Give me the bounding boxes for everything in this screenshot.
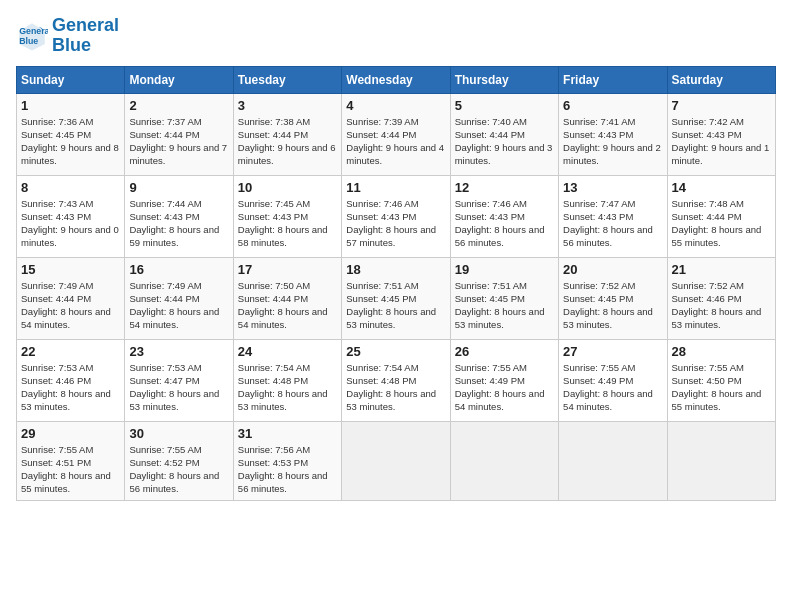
calendar-cell: 30 Sunrise: 7:55 AM Sunset: 4:52 PM Dayl… — [125, 421, 233, 500]
calendar-cell: 8 Sunrise: 7:43 AM Sunset: 4:43 PM Dayli… — [17, 175, 125, 257]
day-detail: Sunrise: 7:42 AM Sunset: 4:43 PM Dayligh… — [672, 115, 771, 168]
calendar-cell: 6 Sunrise: 7:41 AM Sunset: 4:43 PM Dayli… — [559, 93, 667, 175]
calendar-cell: 31 Sunrise: 7:56 AM Sunset: 4:53 PM Dayl… — [233, 421, 341, 500]
calendar-cell: 14 Sunrise: 7:48 AM Sunset: 4:44 PM Dayl… — [667, 175, 775, 257]
day-number: 19 — [455, 262, 554, 277]
day-detail: Sunrise: 7:55 AM Sunset: 4:50 PM Dayligh… — [672, 361, 771, 414]
day-number: 1 — [21, 98, 120, 113]
weekday-header-row: SundayMondayTuesdayWednesdayThursdayFrid… — [17, 66, 776, 93]
calendar-cell — [450, 421, 558, 500]
day-number: 8 — [21, 180, 120, 195]
day-number: 24 — [238, 344, 337, 359]
day-detail: Sunrise: 7:50 AM Sunset: 4:44 PM Dayligh… — [238, 279, 337, 332]
day-number: 18 — [346, 262, 445, 277]
calendar-cell: 7 Sunrise: 7:42 AM Sunset: 4:43 PM Dayli… — [667, 93, 775, 175]
day-number: 28 — [672, 344, 771, 359]
day-detail: Sunrise: 7:52 AM Sunset: 4:46 PM Dayligh… — [672, 279, 771, 332]
calendar-cell: 25 Sunrise: 7:54 AM Sunset: 4:48 PM Dayl… — [342, 339, 450, 421]
day-detail: Sunrise: 7:41 AM Sunset: 4:43 PM Dayligh… — [563, 115, 662, 168]
logo-icon: General Blue — [16, 20, 48, 52]
calendar-week-4: 22 Sunrise: 7:53 AM Sunset: 4:46 PM Dayl… — [17, 339, 776, 421]
calendar-cell: 3 Sunrise: 7:38 AM Sunset: 4:44 PM Dayli… — [233, 93, 341, 175]
calendar-cell: 11 Sunrise: 7:46 AM Sunset: 4:43 PM Dayl… — [342, 175, 450, 257]
day-number: 2 — [129, 98, 228, 113]
weekday-tuesday: Tuesday — [233, 66, 341, 93]
page-container: General Blue GeneralBlue SundayMondayTue… — [0, 0, 792, 509]
day-number: 6 — [563, 98, 662, 113]
calendar-week-1: 1 Sunrise: 7:36 AM Sunset: 4:45 PM Dayli… — [17, 93, 776, 175]
day-detail: Sunrise: 7:47 AM Sunset: 4:43 PM Dayligh… — [563, 197, 662, 250]
day-detail: Sunrise: 7:49 AM Sunset: 4:44 PM Dayligh… — [21, 279, 120, 332]
calendar-cell: 16 Sunrise: 7:49 AM Sunset: 4:44 PM Dayl… — [125, 257, 233, 339]
day-detail: Sunrise: 7:51 AM Sunset: 4:45 PM Dayligh… — [346, 279, 445, 332]
calendar-table: SundayMondayTuesdayWednesdayThursdayFrid… — [16, 66, 776, 501]
day-number: 31 — [238, 426, 337, 441]
day-number: 12 — [455, 180, 554, 195]
calendar-cell: 24 Sunrise: 7:54 AM Sunset: 4:48 PM Dayl… — [233, 339, 341, 421]
calendar-cell: 18 Sunrise: 7:51 AM Sunset: 4:45 PM Dayl… — [342, 257, 450, 339]
calendar-cell: 19 Sunrise: 7:51 AM Sunset: 4:45 PM Dayl… — [450, 257, 558, 339]
day-number: 26 — [455, 344, 554, 359]
calendar-cell: 9 Sunrise: 7:44 AM Sunset: 4:43 PM Dayli… — [125, 175, 233, 257]
calendar-cell: 1 Sunrise: 7:36 AM Sunset: 4:45 PM Dayli… — [17, 93, 125, 175]
header: General Blue GeneralBlue — [16, 16, 776, 56]
day-detail: Sunrise: 7:43 AM Sunset: 4:43 PM Dayligh… — [21, 197, 120, 250]
day-detail: Sunrise: 7:48 AM Sunset: 4:44 PM Dayligh… — [672, 197, 771, 250]
day-number: 23 — [129, 344, 228, 359]
logo: General Blue GeneralBlue — [16, 16, 119, 56]
calendar-cell: 5 Sunrise: 7:40 AM Sunset: 4:44 PM Dayli… — [450, 93, 558, 175]
calendar-cell: 23 Sunrise: 7:53 AM Sunset: 4:47 PM Dayl… — [125, 339, 233, 421]
calendar-week-5: 29 Sunrise: 7:55 AM Sunset: 4:51 PM Dayl… — [17, 421, 776, 500]
day-number: 5 — [455, 98, 554, 113]
day-detail: Sunrise: 7:56 AM Sunset: 4:53 PM Dayligh… — [238, 443, 337, 496]
weekday-sunday: Sunday — [17, 66, 125, 93]
calendar-body: 1 Sunrise: 7:36 AM Sunset: 4:45 PM Dayli… — [17, 93, 776, 500]
calendar-cell: 29 Sunrise: 7:55 AM Sunset: 4:51 PM Dayl… — [17, 421, 125, 500]
day-detail: Sunrise: 7:54 AM Sunset: 4:48 PM Dayligh… — [238, 361, 337, 414]
day-detail: Sunrise: 7:55 AM Sunset: 4:52 PM Dayligh… — [129, 443, 228, 496]
calendar-cell: 22 Sunrise: 7:53 AM Sunset: 4:46 PM Dayl… — [17, 339, 125, 421]
day-detail: Sunrise: 7:39 AM Sunset: 4:44 PM Dayligh… — [346, 115, 445, 168]
day-detail: Sunrise: 7:49 AM Sunset: 4:44 PM Dayligh… — [129, 279, 228, 332]
day-detail: Sunrise: 7:44 AM Sunset: 4:43 PM Dayligh… — [129, 197, 228, 250]
day-number: 14 — [672, 180, 771, 195]
day-detail: Sunrise: 7:55 AM Sunset: 4:51 PM Dayligh… — [21, 443, 120, 496]
calendar-cell: 27 Sunrise: 7:55 AM Sunset: 4:49 PM Dayl… — [559, 339, 667, 421]
day-detail: Sunrise: 7:45 AM Sunset: 4:43 PM Dayligh… — [238, 197, 337, 250]
calendar-cell: 4 Sunrise: 7:39 AM Sunset: 4:44 PM Dayli… — [342, 93, 450, 175]
calendar-cell: 28 Sunrise: 7:55 AM Sunset: 4:50 PM Dayl… — [667, 339, 775, 421]
weekday-thursday: Thursday — [450, 66, 558, 93]
day-detail: Sunrise: 7:37 AM Sunset: 4:44 PM Dayligh… — [129, 115, 228, 168]
day-number: 20 — [563, 262, 662, 277]
day-number: 29 — [21, 426, 120, 441]
day-number: 30 — [129, 426, 228, 441]
day-detail: Sunrise: 7:36 AM Sunset: 4:45 PM Dayligh… — [21, 115, 120, 168]
weekday-monday: Monday — [125, 66, 233, 93]
day-number: 7 — [672, 98, 771, 113]
calendar-cell: 2 Sunrise: 7:37 AM Sunset: 4:44 PM Dayli… — [125, 93, 233, 175]
calendar-cell: 12 Sunrise: 7:46 AM Sunset: 4:43 PM Dayl… — [450, 175, 558, 257]
day-detail: Sunrise: 7:38 AM Sunset: 4:44 PM Dayligh… — [238, 115, 337, 168]
day-number: 10 — [238, 180, 337, 195]
day-detail: Sunrise: 7:40 AM Sunset: 4:44 PM Dayligh… — [455, 115, 554, 168]
day-detail: Sunrise: 7:53 AM Sunset: 4:46 PM Dayligh… — [21, 361, 120, 414]
day-number: 17 — [238, 262, 337, 277]
calendar-week-2: 8 Sunrise: 7:43 AM Sunset: 4:43 PM Dayli… — [17, 175, 776, 257]
day-number: 16 — [129, 262, 228, 277]
calendar-cell: 21 Sunrise: 7:52 AM Sunset: 4:46 PM Dayl… — [667, 257, 775, 339]
calendar-cell: 26 Sunrise: 7:55 AM Sunset: 4:49 PM Dayl… — [450, 339, 558, 421]
day-detail: Sunrise: 7:51 AM Sunset: 4:45 PM Dayligh… — [455, 279, 554, 332]
day-number: 3 — [238, 98, 337, 113]
calendar-cell: 15 Sunrise: 7:49 AM Sunset: 4:44 PM Dayl… — [17, 257, 125, 339]
day-number: 13 — [563, 180, 662, 195]
day-detail: Sunrise: 7:55 AM Sunset: 4:49 PM Dayligh… — [455, 361, 554, 414]
calendar-cell — [559, 421, 667, 500]
day-detail: Sunrise: 7:54 AM Sunset: 4:48 PM Dayligh… — [346, 361, 445, 414]
day-number: 25 — [346, 344, 445, 359]
svg-text:General: General — [19, 26, 48, 36]
day-detail: Sunrise: 7:46 AM Sunset: 4:43 PM Dayligh… — [346, 197, 445, 250]
day-detail: Sunrise: 7:52 AM Sunset: 4:45 PM Dayligh… — [563, 279, 662, 332]
day-detail: Sunrise: 7:46 AM Sunset: 4:43 PM Dayligh… — [455, 197, 554, 250]
day-number: 11 — [346, 180, 445, 195]
calendar-cell: 10 Sunrise: 7:45 AM Sunset: 4:43 PM Dayl… — [233, 175, 341, 257]
